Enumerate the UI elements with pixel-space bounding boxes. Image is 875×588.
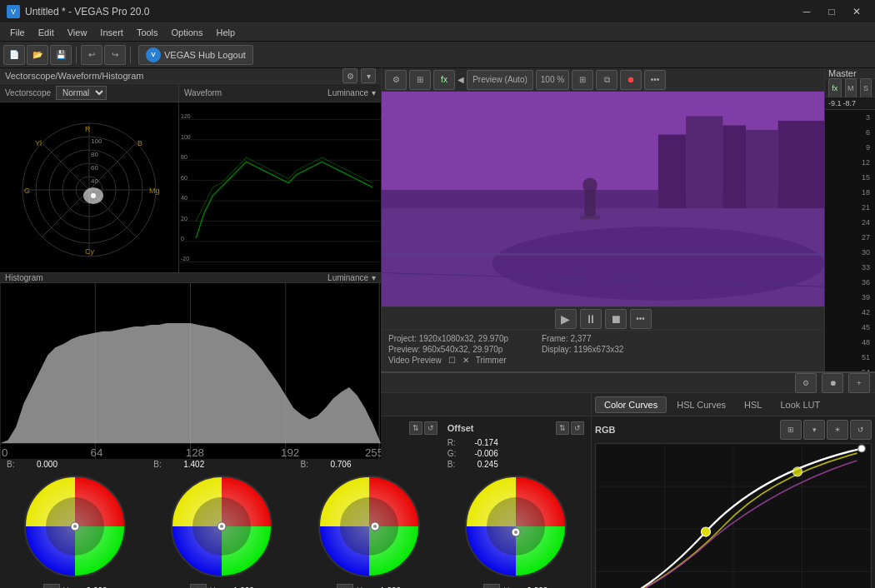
menu-edit[interactable]: Edit xyxy=(32,26,61,39)
preview-panel: ⚙ ⊞ fx ◀ Preview (Auto) 100 % ⊞ ⧉ ⏺ ••• xyxy=(382,68,825,371)
preview-zoom-btn[interactable]: 100 % xyxy=(536,70,569,90)
waveform-dropdown-icon[interactable]: ▾ xyxy=(372,88,376,97)
svg-text:R: R xyxy=(85,125,91,133)
curves-brightness-btn[interactable]: ☀ xyxy=(827,420,848,440)
close-button[interactable]: ✕ xyxy=(845,3,868,20)
svg-text:B: B xyxy=(138,139,142,147)
video-preview-label[interactable]: Video Preview xyxy=(388,356,442,365)
curves-canvas[interactable] xyxy=(595,443,872,588)
offset-b-row: B: 0.245 xyxy=(448,460,584,469)
master-s-btn[interactable]: S xyxy=(860,78,872,98)
gain-footer-btn[interactable]: ⏸ xyxy=(337,584,353,588)
curves-mode-btn[interactable]: ▾ xyxy=(803,420,825,440)
open-button[interactable]: 📂 xyxy=(27,45,48,65)
undo-button[interactable]: ↩ xyxy=(81,45,102,65)
trimmer-label[interactable]: Trimmer xyxy=(476,356,507,365)
curves-channel-label: RGB xyxy=(595,425,615,435)
svg-text:100: 100 xyxy=(91,137,102,145)
scopes-header: Vectorscope/Waveform/Histogram ⚙ ▾ xyxy=(0,68,381,84)
tab-color-curves[interactable]: Color Curves xyxy=(595,396,667,413)
curves-reset-btn[interactable]: ↺ xyxy=(850,420,872,440)
stop-button[interactable]: ⏹ xyxy=(605,309,627,329)
video-preview-checkbox[interactable]: ☐ xyxy=(448,356,456,365)
master-title: Master xyxy=(828,68,857,78)
minimize-button[interactable]: ─ xyxy=(795,3,818,20)
gamma-footer-btn[interactable]: ⏸ xyxy=(190,584,207,588)
preview-grid-btn[interactable]: ⊞ xyxy=(572,70,593,90)
master-m-btn[interactable]: M xyxy=(845,78,857,98)
gain-b-row: B: 0.706 xyxy=(301,460,438,469)
preview-mode-label: ◀ xyxy=(458,75,464,84)
tab-hsl-curves[interactable]: HSL Curves xyxy=(668,397,734,412)
event-fx-record[interactable]: ⏺ xyxy=(822,373,843,393)
lift-b-value: 0.000 xyxy=(20,460,58,469)
histogram-label-row: Histogram Luminance ▾ xyxy=(0,273,381,283)
scopes-menu[interactable]: ▾ xyxy=(361,68,376,83)
lift-wheel[interactable] xyxy=(21,472,129,581)
offset-sync[interactable]: ⇅ xyxy=(556,421,569,435)
svg-point-87 xyxy=(514,531,518,534)
preview-video-display xyxy=(382,92,824,306)
offset-reset[interactable]: ↺ xyxy=(571,421,584,435)
svg-text:64: 64 xyxy=(91,446,103,458)
menu-options[interactable]: Options xyxy=(165,26,210,39)
color-curves-section: Color Curves HSL Curves HSL Look LUT RGB… xyxy=(592,393,875,588)
offset-b-value: 0.245 xyxy=(461,460,498,469)
preview-copy-btn[interactable]: ⧉ xyxy=(596,70,618,90)
histogram-dropdown-icon[interactable]: ▾ xyxy=(372,273,376,282)
svg-text:60: 60 xyxy=(181,175,188,182)
gamma-wheel[interactable] xyxy=(168,472,276,581)
offset-wheel[interactable] xyxy=(462,472,570,581)
histogram-display: 0 64 128 192 255 xyxy=(0,283,381,459)
gain-reset[interactable]: ↺ xyxy=(424,421,438,435)
preview-fx[interactable]: fx xyxy=(433,70,455,90)
menu-tools[interactable]: Tools xyxy=(130,26,165,39)
vectorscope-mode-select[interactable]: Normal xyxy=(56,86,107,100)
redo-button[interactable]: ↪ xyxy=(104,45,126,65)
scopes-title: Vectorscope/Waveform/Histogram xyxy=(5,71,339,81)
video-preview-close[interactable]: ✕ xyxy=(462,356,469,365)
menu-view[interactable]: View xyxy=(61,26,94,39)
offset-footer-btn[interactable]: ⏸ xyxy=(483,584,500,588)
toolbar: 📄 📂 💾 ↩ ↪ V VEGAS Hub Logout xyxy=(0,42,875,68)
scopes-settings[interactable]: ⚙ xyxy=(342,68,358,83)
lift-footer-btn[interactable]: ⏸ xyxy=(43,584,60,588)
gain-sync[interactable]: ⇅ xyxy=(409,421,422,435)
more-controls-button[interactable]: ••• xyxy=(630,309,652,329)
maximize-button[interactable]: □ xyxy=(820,3,843,20)
play-button[interactable]: ▶ xyxy=(555,309,577,329)
preview-auto-btn[interactable]: Preview (Auto) xyxy=(467,70,533,90)
svg-text:255: 255 xyxy=(365,446,381,458)
event-fx-settings[interactable]: ⚙ xyxy=(795,373,817,393)
svg-text:0: 0 xyxy=(2,446,8,458)
preview-snap[interactable]: ⊞ xyxy=(409,70,431,90)
gain-footer: ⏸ Y: 1.000 xyxy=(337,584,401,588)
pause-button[interactable]: ⏸ xyxy=(580,309,602,329)
master-fx-btn[interactable]: fx xyxy=(828,78,842,98)
curves-grid-btn[interactable]: ⊞ xyxy=(780,420,802,440)
menu-help[interactable]: Help xyxy=(209,26,242,39)
gain-wheel[interactable] xyxy=(315,472,423,581)
vegas-hub-button[interactable]: V VEGAS Hub Logout xyxy=(138,45,253,65)
preview-settings[interactable]: ⚙ xyxy=(385,70,407,90)
menu-insert[interactable]: Insert xyxy=(93,26,130,39)
waveform-label-row: Waveform Luminance ▾ xyxy=(179,84,381,102)
waveform-area: Waveform Luminance ▾ xyxy=(179,84,381,272)
offset-wheel-svg xyxy=(462,472,570,581)
master-level1: -9.1 xyxy=(828,99,842,107)
offset-r-value: -0.174 xyxy=(461,438,498,447)
event-fx-add[interactable]: + xyxy=(848,373,870,393)
gamma-b-value: 1.402 xyxy=(167,460,204,469)
tab-look-lut[interactable]: Look LUT xyxy=(772,397,828,412)
save-button[interactable]: 💾 xyxy=(50,45,72,65)
waveform-canvas: 120 100 80 60 40 20 0 -20 xyxy=(179,102,381,272)
svg-point-99 xyxy=(702,527,711,536)
svg-rect-61 xyxy=(382,92,824,306)
preview-area xyxy=(382,92,824,306)
tab-hsl[interactable]: HSL xyxy=(736,397,770,412)
svg-rect-21 xyxy=(179,102,381,272)
new-button[interactable]: 📄 xyxy=(3,45,25,65)
preview-more-btn[interactable]: ••• xyxy=(644,70,666,90)
menu-file[interactable]: File xyxy=(3,26,32,39)
preview-record-btn[interactable]: ⏺ xyxy=(620,70,642,90)
